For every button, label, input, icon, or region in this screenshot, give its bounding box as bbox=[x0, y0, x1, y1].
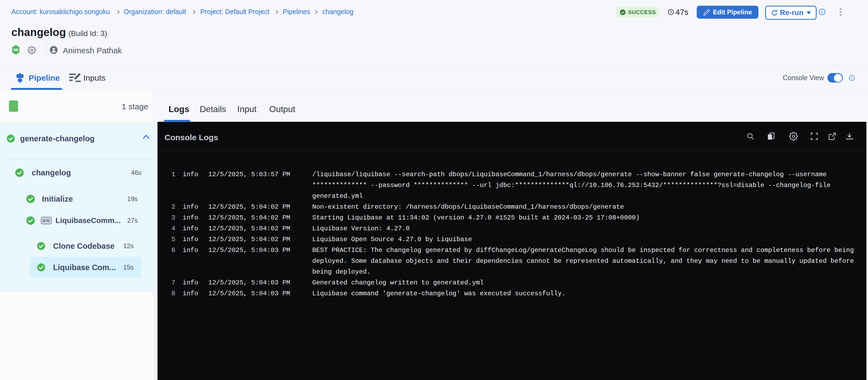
svg-text:∞: ∞ bbox=[13, 46, 19, 54]
